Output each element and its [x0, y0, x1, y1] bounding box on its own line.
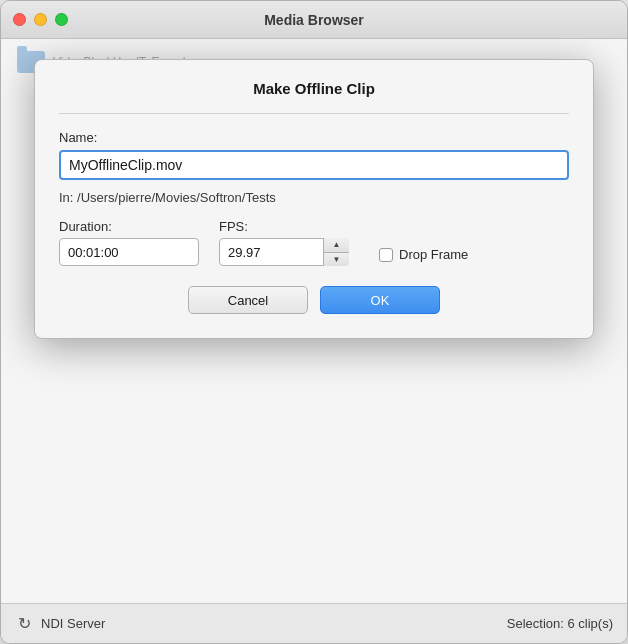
in-path: In: /Users/pierre/Movies/Softron/Tests — [59, 190, 569, 205]
chevron-up-icon: ▲ — [333, 240, 341, 249]
name-label: Name: — [59, 130, 569, 145]
fps-field-group: FPS: ▲ ▼ — [219, 219, 349, 266]
duration-fps-row: Duration: FPS: ▲ — [59, 219, 569, 266]
window-title: Media Browser — [264, 12, 364, 28]
drop-frame-checkbox[interactable] — [379, 248, 393, 262]
cancel-button[interactable]: Cancel — [188, 286, 308, 314]
modal-title: Make Offline Clip — [59, 80, 569, 97]
fps-container: ▲ ▼ — [219, 238, 349, 266]
fps-stepper-down[interactable]: ▼ — [324, 253, 349, 267]
refresh-icon[interactable]: ↻ — [15, 615, 33, 633]
name-field-row: Name: — [59, 130, 569, 180]
chevron-down-icon: ▼ — [333, 255, 341, 264]
fps-label: FPS: — [219, 219, 349, 234]
close-button[interactable] — [13, 13, 26, 26]
duration-input[interactable] — [59, 238, 199, 266]
titlebar: Media Browser — [1, 1, 627, 39]
modal-divider — [59, 113, 569, 114]
modal-overlay: Make Offline Clip Name: In: /Users/pierr… — [1, 39, 627, 603]
fps-stepper-up[interactable]: ▲ — [324, 238, 349, 253]
duration-label: Duration: — [59, 219, 199, 234]
drop-frame-label: Drop Frame — [399, 247, 468, 262]
modal-buttons: Cancel OK — [59, 286, 569, 314]
drop-frame-group: Drop Frame — [379, 247, 468, 266]
name-input[interactable] — [59, 150, 569, 180]
traffic-lights — [13, 13, 68, 26]
ok-button[interactable]: OK — [320, 286, 440, 314]
minimize-button[interactable] — [34, 13, 47, 26]
status-left: ↻ NDI Server — [15, 615, 105, 633]
selection-label: Selection: 6 clip(s) — [507, 616, 613, 631]
maximize-button[interactable] — [55, 13, 68, 26]
ndi-server-label: NDI Server — [41, 616, 105, 631]
duration-field-group: Duration: — [59, 219, 199, 266]
status-bar: ↻ NDI Server Selection: 6 clip(s) — [1, 603, 627, 643]
window: Media Browser VideoBlockHardToEncode Mak… — [0, 0, 628, 644]
fps-stepper: ▲ ▼ — [323, 238, 349, 266]
modal-dialog: Make Offline Clip Name: In: /Users/pierr… — [34, 59, 594, 339]
window-content: VideoBlockHardToEncode Make Offline Clip… — [1, 39, 627, 603]
